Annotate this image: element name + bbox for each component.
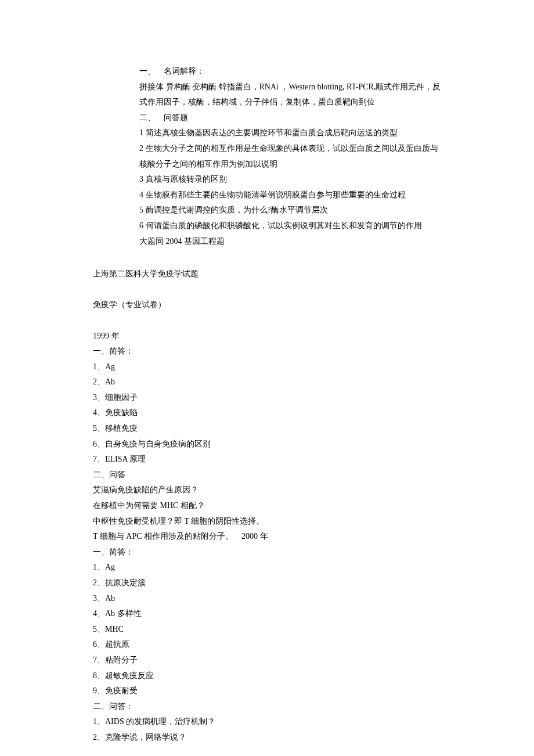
blank-line bbox=[93, 282, 441, 298]
heading-questions: 二、 问答题 bbox=[139, 110, 441, 126]
list-item: 4、免疫缺陷 bbox=[93, 405, 441, 421]
year-1999: 1999 年 bbox=[93, 329, 441, 344]
question-4: 4 生物膜有那些主要的生物功能清举例说明膜蛋白参与那些重要的生命过程 bbox=[139, 188, 441, 203]
terms-list: 拼接体 异构酶 变构酶 锌指蛋白，RNAi ，Western blotting,… bbox=[139, 80, 441, 110]
list-item: 1、Ag bbox=[93, 359, 441, 375]
heading-short-answer: 一、简答： bbox=[93, 545, 441, 560]
heading-short-answer: 一、简答： bbox=[93, 344, 441, 359]
list-item: 5、移植免疫 bbox=[93, 421, 441, 437]
section-immunology: 上海第二医科大学免疫学试题 免疫学（专业试卷） 1999 年 一、简答： 1、A… bbox=[93, 267, 441, 745]
list-item: 2、抗原决定簇 bbox=[93, 575, 441, 591]
page: 一、 名词解释： 拼接体 异构酶 变构酶 锌指蛋白，RNAi ，Western … bbox=[0, 0, 534, 756]
list-item: 8、超敏免疫反应 bbox=[93, 668, 441, 684]
blank-line bbox=[93, 313, 441, 329]
heading-terms: 一、 名词解释： bbox=[139, 64, 441, 80]
question-5: 5 酶调控是代谢调控的实质，为什么?酶水平调节层次 bbox=[139, 203, 441, 218]
question-1: 1 简述真核生物基因表达的主要调控环节和蛋白质合成后靶向运送的类型 bbox=[139, 125, 441, 141]
section-biochem: 一、 名词解释： 拼接体 异构酶 变构酶 锌指蛋白，RNAi ，Western … bbox=[139, 64, 441, 249]
heading-essay: 二、问答： bbox=[93, 699, 441, 715]
list-item: 6、自身免疫与自身免疫病的区别 bbox=[93, 437, 441, 452]
essay-item: 艾滋病免疫缺陷的产生原因？ bbox=[93, 483, 441, 498]
exam-title: 上海第二医科大学免疫学试题 bbox=[93, 267, 441, 282]
list-item: 7、粘附分子 bbox=[93, 653, 441, 668]
list-item: 4、Ab 多样性 bbox=[93, 606, 441, 622]
exam-subtitle: 免疫学（专业试卷） bbox=[93, 297, 441, 313]
heading-essay: 二、问答 bbox=[93, 467, 441, 483]
list-item: 1、Ag bbox=[93, 560, 441, 575]
list-item: 6、超抗原 bbox=[93, 637, 441, 653]
essay-item: 2、克隆学说，网络学说？ bbox=[93, 730, 441, 746]
essay-item: 中枢性免疫耐受机理？即 T 细胞的阴阳性选择。 bbox=[93, 514, 441, 530]
list-item: 3、Ab bbox=[93, 591, 441, 607]
list-item: 2、Ab bbox=[93, 375, 441, 390]
essay-item: 在移植中为何需要 MHC 相配？ bbox=[93, 498, 441, 514]
question-note: 大题同 2004 基因工程题 bbox=[139, 234, 441, 250]
essay-item: T 细胞与 APC 相作用涉及的粘附分子。 2000 年 bbox=[93, 529, 441, 545]
question-6: 6 何谓蛋白质的磷酸化和脱磷酸化，试以实例说明其对生长和发育的调节的作用 bbox=[139, 218, 441, 234]
question-3: 3 真核与原核转录的区别 bbox=[139, 172, 441, 188]
list-item: 9、免疫耐受 bbox=[93, 683, 441, 699]
question-2: 2 生物大分子之间的相互作用是生命现象的具体表现，试以蛋白质之间以及蛋白质与核酸… bbox=[139, 141, 441, 172]
list-item: 7、ELISA 原理 bbox=[93, 452, 441, 467]
list-item: 3、细胞因子 bbox=[93, 390, 441, 406]
list-item: 5、MHC bbox=[93, 622, 441, 638]
essay-item: 1、AIDS 的发病机理，治疗机制？ bbox=[93, 714, 441, 730]
